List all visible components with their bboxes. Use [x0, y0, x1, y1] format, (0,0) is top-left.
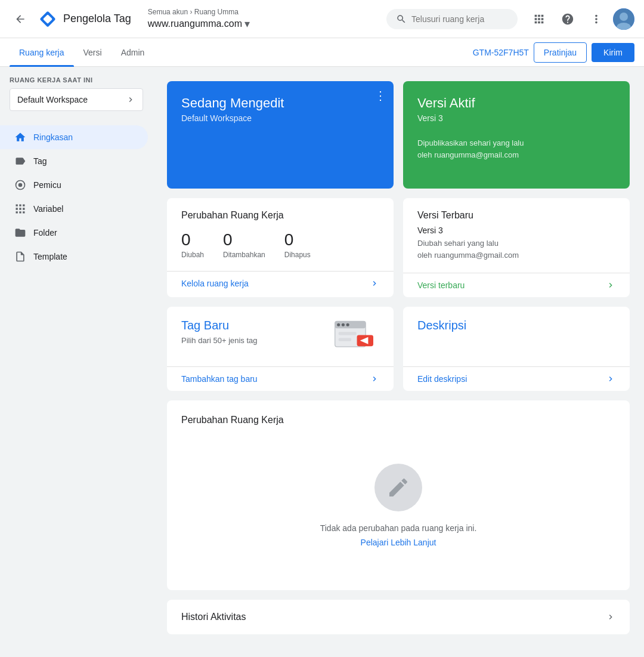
topbar: Pengelola Tag Semua akun › Ruang Umma ww…: [0, 0, 644, 38]
workspace-name: Default Workspace: [17, 95, 88, 104]
stat-changed-number: 0: [181, 230, 204, 249]
changes-stats: 0 Diubah 0 Ditambahkan 0 Dihapus: [181, 230, 379, 259]
template-icon: [14, 251, 26, 263]
published-info-line1: Dipublikasikan sehari yang lalu: [417, 137, 615, 149]
sidebar-label-template: Template: [33, 252, 67, 261]
search-input[interactable]: [411, 14, 507, 24]
back-button[interactable]: [10, 8, 31, 30]
sidebar-item-variabel[interactable]: Variabel: [0, 197, 148, 221]
sidebar-item-pemicu[interactable]: Pemicu: [0, 173, 148, 197]
editing-card: ⋮ Sedang Mengedit Default Workspace: [167, 81, 394, 189]
version-latest-card: Versi Terbaru Versi 3 Diubah sehari yang…: [403, 198, 630, 297]
gtm-id-label: GTM-52F7H5T: [473, 48, 529, 57]
learn-more-link[interactable]: Pelajari Lebih Lanjut: [361, 538, 436, 547]
help-button[interactable]: [556, 7, 580, 31]
main-layout: RUANG KERJA SAAT INI Default Workspace R…: [0, 67, 644, 657]
empty-state-text: Tidak ada perubahan pada ruang kerja ini…: [320, 523, 477, 533]
sidebar-label-pemicu: Pemicu: [33, 180, 61, 190]
tag-new-illustration: [332, 319, 379, 354]
top-cards-row: ⋮ Sedang Mengedit Default Workspace Vers…: [167, 81, 630, 189]
stat-deleted-label: Dihapus: [284, 251, 311, 259]
histori-card: Histori Aktivitas: [167, 600, 630, 634]
stat-changed-label: Diubah: [181, 251, 204, 259]
version-latest-chevron-icon: [606, 280, 615, 290]
tag-new-footer[interactable]: Tambahkan tag baru: [167, 366, 394, 391]
tab-ruang-kerja[interactable]: Ruang kerja: [10, 38, 74, 67]
description-card: Deskripsi Edit deskripsi: [403, 307, 630, 391]
svg-rect-13: [339, 338, 351, 341]
tab-versi[interactable]: Versi: [74, 38, 112, 67]
sidebar-nav: Ringkasan Tag Pemicu Va: [0, 121, 153, 273]
add-tag-link[interactable]: Tambahkan tag baru: [181, 374, 258, 384]
version-latest-changed: Diubah sehari yang lalu: [417, 237, 615, 249]
editing-card-title: Sedang Mengedit: [181, 95, 379, 111]
version-latest-footer[interactable]: Versi terbaru: [403, 273, 630, 297]
workspace-section: RUANG KERJA SAAT INI Default Workspace: [0, 76, 153, 121]
version-latest-num: Versi 3: [417, 226, 615, 235]
sidebar-label-variabel: Variabel: [33, 204, 63, 214]
variable-icon: [14, 203, 26, 215]
published-info-line2: oleh ruangumma@gmail.com: [417, 149, 615, 161]
main-content: ⋮ Sedang Mengedit Default Workspace Vers…: [153, 67, 644, 657]
sidebar-label-folder: Folder: [33, 228, 57, 237]
edit-desc-link[interactable]: Edit deskripsi: [417, 374, 467, 384]
sidebar: RUANG KERJA SAAT INI Default Workspace R…: [0, 67, 153, 657]
svg-point-6: [18, 183, 23, 187]
label-icon: [14, 155, 26, 167]
version-published-info: Dipublikasikan sehari yang lalu oleh rua…: [417, 137, 615, 161]
sidebar-item-folder[interactable]: Folder: [0, 221, 148, 245]
preview-button[interactable]: Pratinjau: [534, 42, 587, 63]
version-card-title: Versi Aktif: [417, 95, 615, 111]
version-card: Versi Aktif Versi 3 Dipublikasikan sehar…: [403, 81, 630, 189]
histori-row[interactable]: Histori Aktivitas: [167, 600, 630, 634]
sidebar-item-ringkasan[interactable]: Ringkasan: [0, 125, 148, 149]
search-bar[interactable]: [386, 9, 518, 29]
url-section: Semua akun › Ruang Umma www.ruangumma.co…: [148, 8, 377, 30]
third-cards-row: Tag Baru Pilih dari 50+ jenis tag: [167, 307, 630, 391]
app-title: Pengelola Tag: [63, 13, 131, 25]
sidebar-item-tag[interactable]: Tag: [0, 149, 148, 173]
url-dropdown-icon[interactable]: ▾: [244, 17, 250, 30]
stat-deleted: 0 Dihapus: [284, 230, 311, 259]
stat-added-number: 0: [223, 230, 265, 249]
description-footer[interactable]: Edit deskripsi: [403, 366, 630, 391]
home-icon: [14, 131, 26, 143]
version-label: Versi 3: [417, 113, 615, 123]
editing-card-subtitle: Default Workspace: [181, 113, 379, 123]
search-icon: [396, 14, 407, 24]
tag-new-subtitle: Pilih dari 50+ jenis tag: [181, 336, 258, 345]
empty-state-icon: [374, 464, 422, 511]
second-cards-row: Perubahan Ruang Kerja 0 Diubah 0 Ditamba…: [167, 198, 630, 297]
apps-button[interactable]: [527, 7, 551, 31]
svg-point-3: [620, 13, 628, 21]
avatar[interactable]: [613, 8, 634, 30]
editing-card-menu[interactable]: ⋮: [374, 88, 386, 103]
url-text: www.ruangumma.com: [148, 18, 242, 29]
submit-button[interactable]: Kirim: [592, 43, 634, 62]
version-latest-link[interactable]: Versi terbaru: [417, 280, 465, 290]
stat-deleted-number: 0: [284, 230, 311, 249]
tabs-left: Ruang kerja Versi Admin: [10, 38, 473, 67]
stat-changed: 0 Diubah: [181, 230, 204, 259]
manage-workspace-chevron-icon: [370, 279, 379, 288]
workspace-changes-big-card: Perubahan Ruang Kerja Tidak ada perubaha…: [167, 400, 630, 590]
description-title: Deskripsi: [417, 319, 615, 332]
manage-workspace-link[interactable]: Kelola ruang kerja: [181, 279, 249, 288]
edit-desc-chevron-icon: [606, 374, 615, 384]
workspace-manage-footer[interactable]: Kelola ruang kerja: [167, 271, 394, 295]
workspace-chevron-icon: [126, 95, 135, 104]
histori-chevron-icon: [606, 612, 615, 622]
histori-title: Histori Aktivitas: [181, 612, 246, 622]
more-button[interactable]: [584, 7, 608, 31]
tag-new-card: Tag Baru Pilih dari 50+ jenis tag: [167, 307, 394, 391]
app-logo: Pengelola Tag: [38, 10, 131, 29]
svg-point-11: [346, 323, 349, 326]
svg-rect-12: [339, 332, 357, 335]
svg-point-9: [337, 323, 340, 326]
workspace-selector[interactable]: Default Workspace: [10, 88, 143, 111]
sidebar-item-template[interactable]: Template: [0, 245, 148, 269]
tab-admin[interactable]: Admin: [112, 38, 154, 67]
svg-point-10: [342, 323, 345, 326]
empty-state: Tidak ada perubahan pada ruang kerja ini…: [181, 445, 615, 576]
stat-added: 0 Ditambahkan: [223, 230, 265, 259]
